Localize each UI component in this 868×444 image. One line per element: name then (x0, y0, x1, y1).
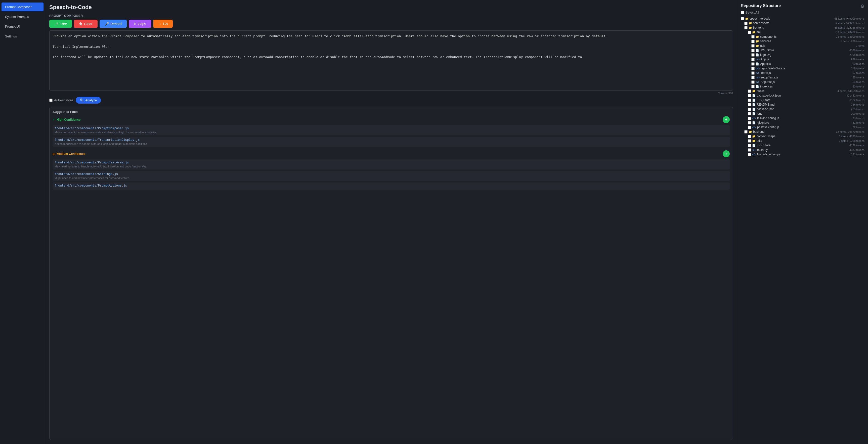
tree-item-tokens: 22 tokens (852, 126, 865, 129)
tree-item-checkbox[interactable] (748, 112, 751, 116)
tree-item-checkbox[interactable] (748, 139, 751, 142)
tree-item[interactable]: 📄 index.css 50 tokens (741, 84, 865, 89)
tree-item-checkbox[interactable] (751, 76, 754, 79)
tree-item[interactable]: 📁 utils 0 items (741, 43, 865, 48)
suggested-files-title: Suggested Files (53, 110, 730, 114)
clear-button[interactable]: 🗑 Clear (74, 20, 97, 28)
tree-item-checkbox[interactable] (751, 67, 754, 70)
mic-icon: 🎤 (104, 22, 109, 26)
tree-item[interactable]: 📄 package.json 465 tokens (741, 107, 865, 112)
go-button[interactable]: → Go (153, 20, 173, 28)
high-confidence-file-0: frontend/src/components/PromptComposer.j… (53, 125, 730, 135)
tree-item-name: package.json (756, 107, 774, 111)
tree-item[interactable]: 📄 .DS_Store 6129 tokens (741, 143, 865, 148)
tree-item[interactable]: 📄 .gitignore 81 tokens (741, 120, 865, 125)
tree-item-checkbox[interactable] (748, 148, 751, 152)
copy-button[interactable]: ⧉ Copy (129, 20, 151, 28)
tree-item[interactable]: </> main.py 3387 tokens (741, 148, 865, 152)
tree-item[interactable]: 📄 .env 100 tokens (741, 112, 865, 116)
tree-item-checkbox[interactable] (748, 99, 751, 102)
tree-item-checkbox[interactable] (751, 62, 754, 66)
tree-item-checkbox[interactable] (748, 103, 751, 106)
record-button[interactable]: 🎤 Record (100, 20, 127, 28)
add-high-confidence-button[interactable]: + (723, 116, 730, 123)
tree-item[interactable]: </> setupTests.js 55 tokens (741, 75, 865, 80)
tree-item-checkbox[interactable] (751, 81, 754, 84)
settings-icon-button[interactable]: ⚙ (861, 3, 865, 9)
tree-item-checkbox[interactable] (748, 107, 751, 111)
tree-item-tokens: 33 items, 28432 tokens (836, 31, 865, 34)
tree-item-name: context_maps (756, 134, 775, 138)
tree-item-checkbox[interactable] (751, 58, 754, 61)
tree-item-checkbox[interactable] (748, 126, 751, 129)
tree-item-checkbox[interactable] (751, 53, 754, 57)
tree-item[interactable]: </> llm_interaction.py 1181 tokens (741, 152, 865, 157)
tree-item[interactable]: </> App.js 939 tokens (741, 57, 865, 62)
tree-item[interactable]: 📁 components 23 items, 18609 tokens (741, 34, 865, 39)
tree-item-left: 📄 .DS_Store (741, 49, 774, 52)
tree-item-checkbox[interactable] (748, 144, 751, 147)
tree-item[interactable]: 📁 frontend 45 items, 372165 tokens (741, 25, 865, 30)
tree-item-tokens: 1181 tokens (849, 153, 865, 156)
tree-item[interactable]: 📁 backend 12 items, 19570 tokens (741, 129, 865, 134)
add-medium-confidence-button[interactable]: + (723, 150, 730, 157)
tree-item-checkbox[interactable] (751, 49, 754, 52)
analyze-button[interactable]: 🔍 Analyze (76, 97, 101, 103)
sidebar-item-prompt-composer[interactable]: Prompt Composer (1, 2, 43, 11)
analyze-row: Auto-analyze 🔍 Analyze (49, 97, 733, 103)
tree-item[interactable]: 📄 logo.svg 2108 tokens (741, 53, 865, 57)
tree-item[interactable]: 📄 package-lock.json 321452 tokens (741, 93, 865, 98)
tree-item[interactable]: 📁 screenshots 4 items, 549227 tokens (741, 21, 865, 25)
tree-item[interactable]: 📁 utils 3 items, 1218 tokens (741, 138, 865, 143)
tree-item-checkbox[interactable] (751, 35, 754, 38)
tree-item-checkbox[interactable] (748, 135, 751, 138)
tree-item[interactable]: 📁 context_maps 1 items, 4895 tokens (741, 134, 865, 138)
tree-item-checkbox[interactable] (751, 71, 754, 75)
tree-button[interactable]: ⎇ Tree (49, 20, 72, 28)
tree-item[interactable]: 📁 services 1 items, 236 tokens (741, 39, 865, 43)
prompt-textarea[interactable] (49, 30, 733, 91)
tree-item-checkbox[interactable] (744, 22, 748, 25)
tree-item-left: 📁 frontend (741, 26, 764, 29)
tree-item-checkbox[interactable] (741, 17, 744, 20)
tree-item[interactable]: 📁 speech-to-code 68 items, 949009 tokens (741, 17, 865, 21)
tree-item-checkbox[interactable] (751, 44, 754, 47)
tree-item[interactable]: </> tailwind.config.js 99 tokens (741, 116, 865, 120)
tree-item[interactable]: </> reportWebVitals.js 116 tokens (741, 66, 865, 71)
tree-item-left: 📄 README.md (741, 103, 774, 106)
tree-item-name: .DS_Store (756, 144, 770, 147)
tree-item[interactable]: 📄 .DS_Store 6029 tokens (741, 48, 865, 53)
tree-item-checkbox[interactable] (744, 26, 748, 29)
tree-item[interactable]: 📁 public 4 items, 14658 tokens (741, 89, 865, 93)
tree-item[interactable]: 📄 App.css 169 tokens (741, 62, 865, 66)
tree-item-checkbox[interactable] (748, 94, 751, 97)
tree-item[interactable]: </> index.js 67 tokens (741, 71, 865, 75)
tree-item-name: package-lock.json (756, 94, 781, 97)
select-all-checkbox[interactable] (741, 11, 744, 14)
tree-item[interactable]: 📄 .DS_Store 6122 tokens (741, 98, 865, 102)
auto-analyze-label[interactable]: Auto-analyze (49, 98, 73, 102)
tree-item-checkbox[interactable] (748, 90, 751, 93)
tree-item-checkbox[interactable] (748, 153, 751, 156)
tree-item[interactable]: </> postcss.config.js 22 tokens (741, 125, 865, 129)
tree-item[interactable]: 📁 src 33 items, 28432 tokens (741, 30, 865, 34)
tree-item-name: App.js (761, 58, 769, 61)
repo-title: Repository Structure (741, 3, 865, 8)
tree-item-checkbox[interactable] (748, 121, 751, 124)
clear-icon: 🗑 (79, 22, 83, 26)
tree-item-checkbox[interactable] (744, 130, 748, 133)
sidebar-item-prompt-ui[interactable]: Prompt UI (1, 22, 43, 31)
tree-item-checkbox[interactable] (748, 31, 751, 34)
file-icon: 📄 (752, 103, 755, 106)
auto-analyze-checkbox[interactable] (49, 99, 53, 102)
select-all-row[interactable]: Select All (741, 10, 865, 14)
sidebar: Prompt Composer System Prompts Prompt UI… (0, 0, 45, 444)
sidebar-item-system-prompts[interactable]: System Prompts (1, 12, 43, 21)
file-icon: 📄 (752, 94, 755, 97)
tree-item[interactable]: </> App.test.js 54 tokens (741, 80, 865, 84)
tree-item-checkbox[interactable] (751, 40, 754, 43)
sidebar-item-settings[interactable]: Settings (1, 32, 43, 41)
tree-item[interactable]: 📄 README.md 734 tokens (741, 102, 865, 107)
tree-item-checkbox[interactable] (748, 117, 751, 120)
tree-item-checkbox[interactable] (751, 85, 754, 88)
